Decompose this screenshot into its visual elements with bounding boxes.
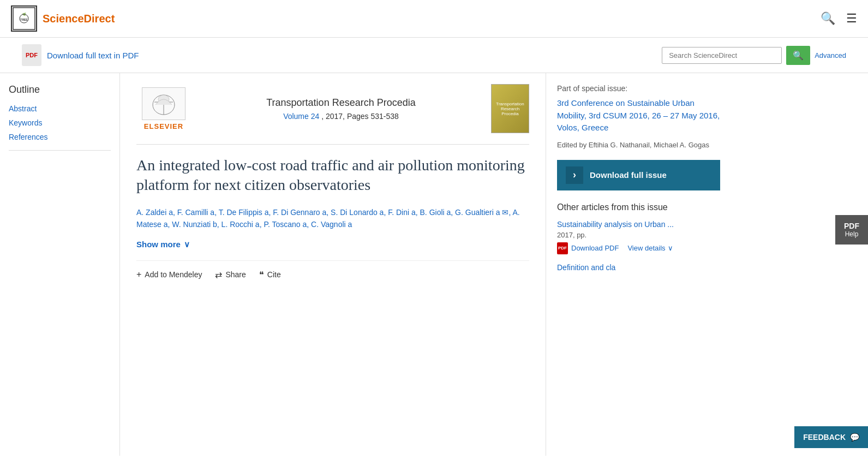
journal-year-pages: , 2017, Pages 531-538 xyxy=(321,112,399,121)
editors-text: Edited by Eftihia G. Nathanail, Michael … xyxy=(557,141,720,149)
plus-icon: + xyxy=(136,270,141,279)
journal-title: Transportation Research Procedia xyxy=(202,97,480,109)
related-article-1: Sustainability analysis on Urban ... 201… xyxy=(557,220,720,254)
sidebar-link-abstract[interactable]: Abstract xyxy=(9,104,111,113)
toolbar: PDF Download full text in PDF 🔍 Advanced xyxy=(0,38,868,73)
authors-list: A. Zaldei a, F. Camilli a, T. De Filippi… xyxy=(136,206,529,231)
cite-button[interactable]: ❝ Cite xyxy=(259,270,281,280)
related-article-1-pdf-link[interactable]: PDF Download PDF xyxy=(557,242,619,254)
pdf-download-link[interactable]: PDF Download full text in PDF xyxy=(22,44,139,66)
special-issue-label: Part of special issue: xyxy=(557,84,720,93)
brand-name[interactable]: ScienceDirect xyxy=(43,13,115,25)
pdf-icon-wrap: PDF xyxy=(22,44,41,66)
svg-text:TREE: TREE xyxy=(20,18,28,21)
sidebar-divider xyxy=(9,150,111,151)
elsevier-logo: ELSEVIER xyxy=(136,87,191,130)
pdf-help-pdf-text: PDF xyxy=(840,222,864,230)
journal-cover: Transportation Research Procedia xyxy=(491,84,529,133)
cite-label: Cite xyxy=(267,270,281,279)
pdf-help-button[interactable]: PDF Help xyxy=(835,215,868,245)
elsevier-tree-logo xyxy=(142,87,185,120)
related-article-2: Definition and cla xyxy=(557,263,720,272)
pdf-text: PDF xyxy=(558,246,567,251)
article-pdf-icon: PDF xyxy=(557,242,568,254)
share-label: Share xyxy=(225,270,246,279)
advanced-link[interactable]: Advanced xyxy=(815,51,846,59)
feedback-chat-icon: 💬 xyxy=(850,433,859,442)
add-mendeley-label: Add to Mendeley xyxy=(145,270,202,279)
related-article-1-title[interactable]: Sustainability analysis on Urban ... xyxy=(557,220,720,229)
outline-title: Outline xyxy=(9,84,111,96)
journal-cover-text: Transportation Research Procedia xyxy=(494,102,526,116)
add-to-mendeley-button[interactable]: + Add to Mendeley xyxy=(136,270,202,279)
download-full-issue-label: Download full issue xyxy=(590,170,667,180)
pdf-icon-text: PDF xyxy=(26,52,38,58)
other-articles-title: Other articles from this issue xyxy=(557,201,720,213)
center-content: ELSEVIER Transportation Research Procedi… xyxy=(120,73,546,456)
download-arrow-icon: › xyxy=(566,166,583,184)
top-navigation: 🌿 TREE ScienceDirect 🔍 ☰ xyxy=(0,0,868,38)
chevron-down-icon: ∨ xyxy=(184,240,190,249)
show-more-button[interactable]: Show more ∨ xyxy=(136,240,190,249)
elsevier-name: ELSEVIER xyxy=(144,122,183,130)
journal-header: ELSEVIER Transportation Research Procedi… xyxy=(136,84,529,145)
pdf-icon-bg: PDF xyxy=(22,44,41,66)
feedback-label: FEEDBACK xyxy=(803,433,846,442)
share-icon: ⇄ xyxy=(215,270,222,280)
right-sidebar: Part of special issue: 3rd Conference on… xyxy=(546,73,731,456)
nav-icons: 🔍 ☰ xyxy=(821,11,857,26)
pdf-download-label: Download full text in PDF xyxy=(47,51,139,60)
sidebar-link-references[interactable]: References xyxy=(9,133,111,141)
view-details-label: View details xyxy=(627,244,665,252)
search-button[interactable]: 🔍 xyxy=(786,46,810,65)
search-icon[interactable]: 🔍 xyxy=(821,11,835,26)
show-more-label: Show more xyxy=(136,240,181,249)
download-pdf-label: Download PDF xyxy=(571,244,619,252)
elsevier-logo-icon: 🌿 TREE xyxy=(11,5,37,32)
download-full-issue-button[interactable]: › Download full issue xyxy=(557,160,720,190)
share-button[interactable]: ⇄ Share xyxy=(215,270,246,280)
related-article-1-year: 2017, pp. xyxy=(557,231,720,239)
related-article-1-actions: PDF Download PDF View details ∨ xyxy=(557,242,720,254)
main-layout: Outline Abstract Keywords References ELS… xyxy=(0,73,868,456)
special-issue-title[interactable]: 3rd Conference on Sustainable Urban Mobi… xyxy=(557,97,720,134)
search-area: 🔍 Advanced xyxy=(662,46,846,65)
related-article-2-title[interactable]: Definition and cla xyxy=(557,263,720,272)
journal-info: Transportation Research Procedia Volume … xyxy=(202,97,480,121)
sidebar-link-keywords[interactable]: Keywords xyxy=(9,118,111,127)
search-input[interactable] xyxy=(662,47,782,64)
authors-text[interactable]: A. Zaldei a, F. Camilli a, T. De Filippi… xyxy=(136,208,520,229)
menu-icon[interactable]: ☰ xyxy=(846,11,857,26)
logo-area: 🌿 TREE ScienceDirect xyxy=(11,5,115,32)
view-details-link[interactable]: View details ∨ xyxy=(627,244,673,252)
journal-volume[interactable]: Volume 24 xyxy=(283,112,319,121)
quote-icon: ❝ xyxy=(259,270,264,280)
article-title: An integrated low-cost road traffic and … xyxy=(136,156,529,195)
action-buttons: + Add to Mendeley ⇄ Share ❝ Cite xyxy=(136,260,529,280)
pdf-help-help-text: Help xyxy=(840,230,864,238)
chevron-down-icon-small: ∨ xyxy=(668,244,673,252)
left-sidebar: Outline Abstract Keywords References xyxy=(0,73,120,456)
journal-volume-info: Volume 24 , 2017, Pages 531-538 xyxy=(202,112,480,121)
feedback-button[interactable]: FEEDBACK 💬 xyxy=(794,426,868,448)
